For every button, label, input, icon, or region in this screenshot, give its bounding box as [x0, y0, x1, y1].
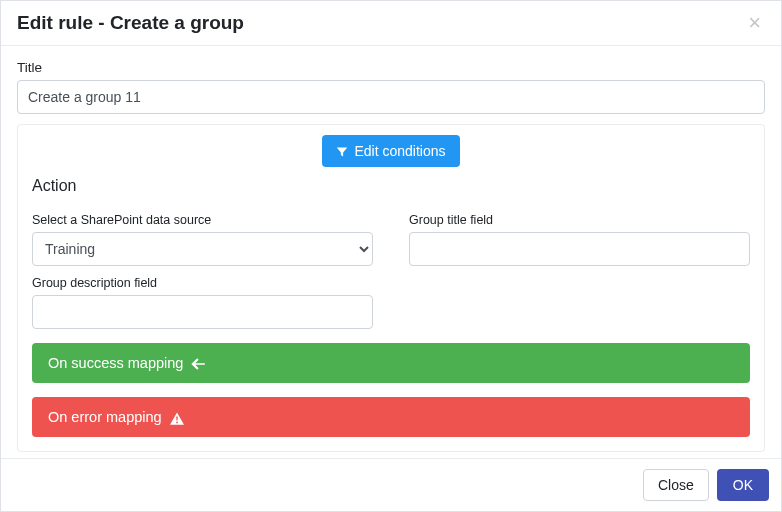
edit-conditions-label: Edit conditions: [354, 143, 445, 159]
edit-conditions-button[interactable]: Edit conditions: [322, 135, 459, 167]
error-mapping-bar[interactable]: On error mapping: [32, 397, 750, 437]
group-description-label: Group description field: [32, 276, 373, 290]
filter-icon: [336, 143, 348, 159]
error-mapping-label: On error mapping: [48, 409, 162, 425]
ok-button[interactable]: OK: [717, 469, 769, 501]
spacer-col: [409, 276, 750, 329]
warning-icon: [170, 409, 184, 425]
title-input[interactable]: [17, 80, 765, 114]
action-card: Edit conditions Action Select a SharePoi…: [17, 124, 765, 452]
edit-conditions-wrap: Edit conditions: [32, 135, 750, 167]
edit-rule-modal: Edit rule - Create a group × Title Edit …: [0, 0, 782, 512]
modal-footer: Close OK: [1, 458, 781, 511]
arrow-left-icon: [191, 355, 205, 371]
group-title-col: Group title field: [409, 213, 750, 266]
data-source-col: Select a SharePoint data source Training: [32, 213, 373, 266]
group-description-input[interactable]: [32, 295, 373, 329]
action-row-1: Select a SharePoint data source Training…: [32, 213, 750, 266]
close-button[interactable]: Close: [643, 469, 709, 501]
title-field-group: Title: [17, 60, 765, 114]
modal-body: Title Edit conditions Action Select a Sh…: [1, 46, 781, 458]
close-icon[interactable]: ×: [744, 12, 765, 34]
group-title-input[interactable]: [409, 232, 750, 266]
data-source-label: Select a SharePoint data source: [32, 213, 373, 227]
group-description-col: Group description field: [32, 276, 373, 329]
action-row-2: Group description field: [32, 276, 750, 329]
success-mapping-label: On success mapping: [48, 355, 183, 371]
group-title-label: Group title field: [409, 213, 750, 227]
modal-title: Edit rule - Create a group: [17, 12, 244, 34]
action-section-title: Action: [32, 177, 750, 195]
title-label: Title: [17, 60, 765, 75]
modal-header: Edit rule - Create a group ×: [1, 1, 781, 46]
success-mapping-bar[interactable]: On success mapping: [32, 343, 750, 383]
data-source-select[interactable]: Training: [32, 232, 373, 266]
